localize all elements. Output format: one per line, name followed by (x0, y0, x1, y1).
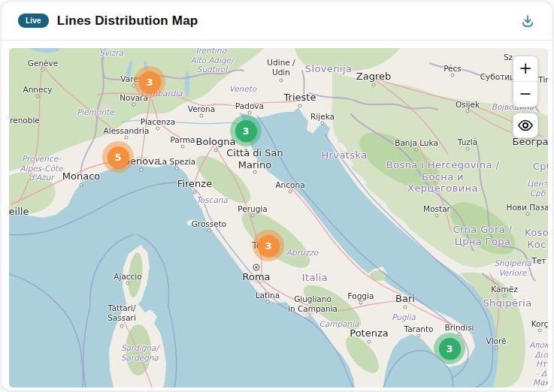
page-title: Lines Distribution Map (57, 14, 198, 29)
live-badge: Live (18, 14, 49, 28)
download-button[interactable] (516, 10, 539, 32)
cluster-marker[interactable]: 3 (253, 230, 284, 261)
cluster-count: 3 (258, 235, 280, 257)
zoom-control: + − (513, 56, 538, 107)
lines-distribution-map-card: Live Lines Distribution Map (1, 1, 553, 391)
cluster-marker[interactable]: 3 (434, 333, 465, 364)
visibility-button[interactable] (513, 113, 538, 138)
cluster-marker[interactable]: 3 (134, 66, 165, 98)
card-header: Live Lines Distribution Map (2, 2, 552, 41)
eye-icon (517, 117, 534, 134)
zoom-out-button[interactable]: − (513, 82, 537, 107)
cluster-count: 3 (439, 338, 461, 360)
download-icon (520, 14, 535, 29)
map[interactable]: GenèveAnnecyrenobleeilleSvizraPiemontePr… (9, 48, 548, 387)
cluster-count: 5 (107, 146, 129, 168)
cluster-count: 3 (139, 71, 161, 93)
map-cluster-layer: 33533 (9, 48, 548, 387)
cluster-count: 3 (235, 120, 257, 142)
cluster-marker[interactable]: 3 (230, 115, 262, 146)
cluster-marker[interactable]: 5 (102, 141, 134, 173)
zoom-in-button[interactable]: + (513, 56, 537, 81)
